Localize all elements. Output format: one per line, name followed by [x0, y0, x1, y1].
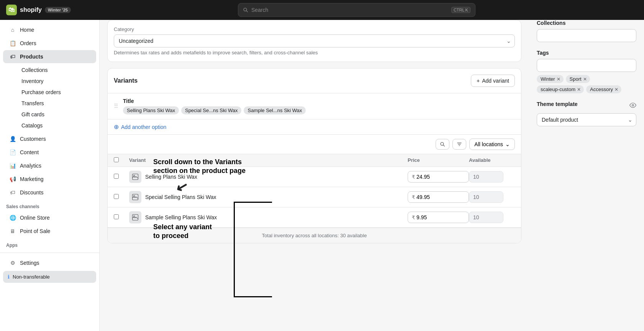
row2-variant-cell: Special Selling Plans Ski Wax — [129, 191, 408, 203]
topbar: 🛍 shopify Winter '25 CTRL K — [0, 0, 644, 20]
tag-winter: Winter ✕ — [537, 75, 564, 83]
sidebar-item-catalogs[interactable]: Catalogs — [17, 120, 96, 131]
tag-winter-label: Winter — [541, 76, 555, 82]
sidebar-item-settings[interactable]: ⚙ Settings — [3, 256, 96, 269]
tag-sport: Sport ✕ — [566, 75, 590, 83]
tag-sport-remove[interactable]: ✕ — [583, 77, 587, 82]
title-row: ⠿ Title Selling Plans Ski Wax Special Se… — [108, 93, 521, 119]
sidebar-label-marketing: Marketing — [20, 176, 43, 182]
row3-variant-cell: Sample Selling Plans Ski Wax — [129, 211, 408, 223]
row3-checkbox-cell — [114, 214, 129, 220]
collections-label: Collections — [537, 20, 636, 26]
row2-variant-icon — [129, 191, 141, 203]
search-bar[interactable]: CTRL K — [238, 3, 475, 17]
variants-card: Variants + Add variant ⠿ Title Selling P… — [107, 68, 521, 243]
sidebar-item-pos[interactable]: 🖥 Point of Sale — [3, 225, 96, 238]
variant-image-icon2 — [132, 194, 139, 201]
select-all-checkbox[interactable] — [114, 157, 119, 162]
theme-template-label: Theme template — [537, 101, 578, 107]
chevron-down-icon: ⌄ — [505, 141, 510, 147]
sidebar-item-gift-cards[interactable]: Gift cards — [17, 109, 96, 120]
location-filter-button[interactable]: All locations ⌄ — [469, 139, 515, 150]
row3-available-field[interactable] — [469, 212, 503, 223]
row3-variant-name: Sample Selling Plans Ski Wax — [145, 214, 217, 220]
chip-1: Selling Plans Ski Wax — [123, 106, 179, 114]
sidebar-item-home[interactable]: ⌂ Home — [3, 23, 96, 36]
drag-handle-icon[interactable]: ⠿ — [114, 103, 118, 110]
sidebar-label-online-store: Online Store — [20, 215, 50, 221]
settings-icon: ⚙ — [9, 259, 16, 266]
row2-available-field[interactable] — [469, 191, 503, 203]
svg-point-2 — [441, 142, 444, 145]
discounts-icon: 🏷 — [9, 189, 16, 196]
row1-price-input[interactable]: ₹ — [408, 171, 469, 183]
variant-image-icon — [132, 173, 139, 180]
products-icon: 🏷 — [9, 53, 16, 60]
sidebar-item-inventory[interactable]: Inventory — [17, 76, 96, 86]
tag-accessory-remove[interactable]: ✕ — [615, 87, 618, 92]
add-variant-button[interactable]: + Add variant — [471, 75, 515, 87]
sidebar-item-marketing[interactable]: 📢 Marketing — [3, 173, 96, 186]
tag-accessory-label: Accessory — [590, 86, 613, 92]
table-row: Special Selling Plans Ski Wax ₹ — [108, 187, 521, 207]
add-option-row[interactable]: ⊕ Add another option — [108, 119, 521, 135]
add-option-label: Add another option — [121, 124, 166, 130]
variant-chips: Selling Plans Ski Wax Special Se...ns Sk… — [123, 106, 306, 114]
online-store-icon: 🌐 — [9, 214, 16, 221]
row2-checkbox[interactable] — [114, 194, 119, 199]
chip-3: Sample Sel...ns Ski Wax — [244, 106, 306, 114]
search-variants-button[interactable] — [436, 139, 449, 150]
filter-variants-button[interactable] — [452, 139, 466, 150]
table-row: Sample Selling Plans Ski Wax ₹ — [108, 207, 521, 228]
row3-checkbox[interactable] — [114, 214, 119, 219]
logo-text: shopify — [20, 7, 42, 13]
collections-section: Collections — [537, 20, 636, 42]
sidebar-label-products: Products — [20, 54, 43, 60]
non-transferable-text: Non-transferable — [13, 274, 50, 280]
search-input[interactable] — [251, 7, 448, 13]
tags-input[interactable] — [537, 59, 636, 72]
logo: 🛍 shopify Winter '25 — [6, 5, 71, 15]
non-transferable-badge: ℹ Non-transferable — [3, 271, 96, 283]
sidebar-item-products[interactable]: 🏷 Products — [3, 50, 96, 63]
sidebar-item-customers[interactable]: 👤 Customers — [3, 132, 96, 145]
row1-variant-icon — [129, 171, 141, 183]
row1-checkbox[interactable] — [114, 174, 119, 179]
search-icon — [243, 7, 248, 13]
tag-winter-remove[interactable]: ✕ — [557, 77, 560, 82]
category-select[interactable]: Uncategorized Ski & Snowboard Accessorie… — [114, 34, 515, 47]
filter-icon — [457, 142, 462, 147]
category-label: Category — [114, 26, 515, 32]
tag-scaleup-remove[interactable]: ✕ — [577, 87, 581, 92]
row3-price-field[interactable] — [416, 214, 443, 220]
sidebar-item-online-store[interactable]: 🌐 Online Store — [3, 211, 96, 224]
sidebar-label-orders: Orders — [20, 40, 36, 46]
row3-price-input[interactable]: ₹ — [408, 212, 469, 223]
collections-input[interactable] — [537, 29, 636, 42]
available-column-header: Available — [469, 157, 515, 163]
row3-available-cell — [469, 212, 515, 223]
sidebar-item-purchase-orders[interactable]: Purchase orders — [17, 87, 96, 98]
eye-icon — [629, 102, 636, 109]
row2-price-field[interactable] — [416, 194, 443, 200]
variant-column-header: Variant — [129, 157, 408, 163]
row1-available-field[interactable] — [469, 171, 503, 183]
tags-label: Tags — [537, 50, 636, 56]
category-card: Category Uncategorized Ski & Snowboard A… — [107, 20, 521, 62]
row2-price-cell: ₹ — [408, 191, 469, 203]
theme-preview-button[interactable] — [629, 102, 636, 110]
search-icon-small — [440, 142, 445, 147]
theme-template-select[interactable]: Default product Product - Alternate Prod… — [537, 113, 636, 126]
sidebar-item-collections[interactable]: Collections — [17, 65, 96, 75]
sidebar-item-orders[interactable]: 📋 Orders — [3, 37, 96, 50]
center-content: Category Uncategorized Ski & Snowboard A… — [100, 20, 529, 331]
sidebar-item-discounts[interactable]: 🏷 Discounts — [3, 186, 96, 199]
row1-price-field[interactable] — [416, 174, 443, 180]
home-icon: ⌂ — [9, 26, 16, 33]
row2-price-input[interactable]: ₹ — [408, 191, 469, 203]
row1-price-cell: ₹ — [408, 171, 469, 183]
location-label: All locations — [474, 141, 503, 147]
sidebar-item-transfers[interactable]: Transfers — [17, 98, 96, 109]
sidebar-item-analytics[interactable]: 📊 Analytics — [3, 159, 96, 172]
sidebar-item-content[interactable]: 📄 Content — [3, 146, 96, 159]
